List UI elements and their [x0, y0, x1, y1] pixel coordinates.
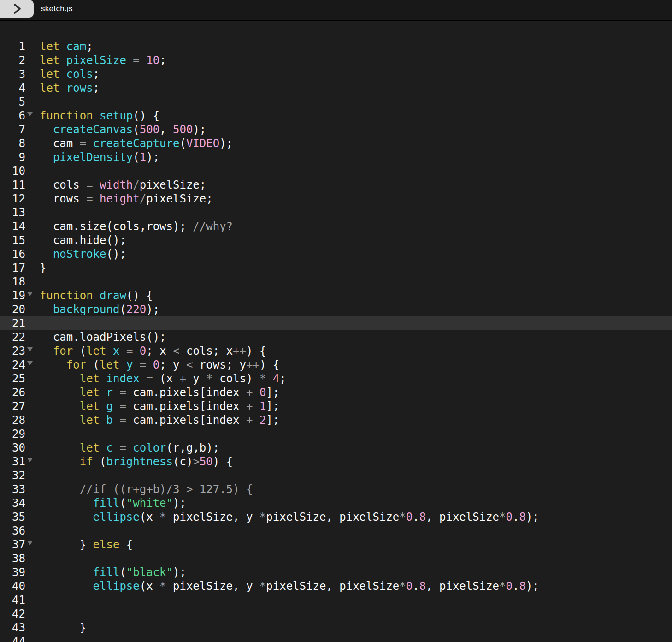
code-line[interactable]: 6function setup() {	[0, 109, 672, 123]
line-number[interactable]: 1	[0, 40, 25, 54]
line-number[interactable]: 6	[0, 109, 25, 123]
line-number[interactable]: 27	[0, 399, 25, 413]
line-number[interactable]: 32	[0, 469, 25, 482]
line-number[interactable]: 35	[0, 510, 25, 524]
fold-arrow-icon[interactable]	[27, 361, 33, 365]
gutter: 36	[0, 524, 35, 538]
code-line[interactable]: 36	[0, 524, 672, 538]
code-text: let cols;	[35, 67, 672, 81]
fold-arrow-icon[interactable]	[27, 347, 33, 351]
line-number[interactable]: 2	[0, 54, 25, 67]
code-line[interactable]: 39 fill("black");	[0, 565, 672, 579]
line-number[interactable]: 7	[0, 123, 25, 137]
line-number[interactable]: 31	[0, 455, 25, 469]
code-line[interactable]: 38	[0, 552, 672, 565]
line-number[interactable]: 13	[0, 206, 25, 220]
code-line[interactable]: 20 background(220);	[0, 303, 672, 316]
sidebar-expand-button[interactable]	[0, 0, 34, 18]
line-number[interactable]: 18	[0, 275, 25, 289]
line-number[interactable]: 28	[0, 413, 25, 427]
line-number[interactable]: 25	[0, 372, 25, 386]
line-number[interactable]: 26	[0, 386, 25, 399]
code-line[interactable]: 19function draw() {	[0, 289, 672, 303]
line-number[interactable]: 16	[0, 247, 25, 261]
code-line[interactable]: 3let cols;	[0, 67, 672, 81]
code-line[interactable]: 2let pixelSize = 10;	[0, 54, 672, 67]
fold-arrow-icon[interactable]	[27, 458, 33, 462]
code-line[interactable]: 29	[0, 427, 672, 441]
line-number[interactable]: 19	[0, 289, 25, 303]
code-line[interactable]: 21	[0, 316, 672, 330]
line-number[interactable]: 8	[0, 137, 25, 150]
code-line[interactable]: 11 cols = width/pixelSize;	[0, 178, 672, 192]
line-number[interactable]: 36	[0, 524, 25, 538]
line-number[interactable]: 21	[0, 316, 25, 330]
code-line[interactable]: 43 }	[0, 621, 672, 635]
code-line[interactable]: 41	[0, 593, 672, 607]
line-number[interactable]: 9	[0, 150, 25, 164]
line-number[interactable]: 15	[0, 233, 25, 247]
line-number[interactable]: 23	[0, 344, 25, 358]
line-number[interactable]: 3	[0, 67, 25, 81]
line-number[interactable]: 24	[0, 358, 25, 372]
line-number[interactable]: 12	[0, 192, 25, 206]
fold-arrow-icon[interactable]	[27, 541, 33, 545]
code-line[interactable]: 10	[0, 164, 672, 178]
code-line[interactable]: 44	[0, 635, 672, 642]
code-line[interactable]: 40 ellipse(x * pixelSize, y *pixelSize, …	[0, 579, 672, 593]
code-line[interactable]: 1let cam;	[0, 40, 672, 54]
line-number[interactable]: 41	[0, 593, 25, 607]
line-number[interactable]: 37	[0, 538, 25, 552]
line-number[interactable]: 30	[0, 441, 25, 455]
code-line[interactable]: 35 ellipse(x * pixelSize, y *pixelSize, …	[0, 510, 672, 524]
code-line[interactable]: 12 rows = height/pixelSize;	[0, 192, 672, 206]
line-number[interactable]: 5	[0, 95, 25, 109]
fold-arrow-icon[interactable]	[27, 112, 33, 116]
line-number[interactable]: 4	[0, 81, 25, 95]
code-text: for (let x = 0; x < cols; x++) {	[35, 344, 672, 358]
line-number[interactable]: 11	[0, 178, 25, 192]
code-line[interactable]: 18	[0, 275, 672, 289]
code-line[interactable]: 9 pixelDensity(1);	[0, 150, 672, 164]
line-number[interactable]: 42	[0, 607, 25, 621]
code-line[interactable]: 22 cam.loadPixels();	[0, 330, 672, 344]
code-line[interactable]: 14 cam.size(cols,rows); //why?	[0, 220, 672, 233]
code-line[interactable]: 24 for (let y = 0; y < rows; y++) {	[0, 358, 672, 372]
code-line[interactable]: 26 let r = cam.pixels[index + 0];	[0, 386, 672, 399]
code-line[interactable]: 7 createCanvas(500, 500);	[0, 123, 672, 137]
code-line[interactable]: 37 } else {	[0, 538, 672, 552]
code-line[interactable]: 42	[0, 607, 672, 621]
line-number[interactable]: 29	[0, 427, 25, 441]
code-line[interactable]: 16 noStroke();	[0, 247, 672, 261]
line-number[interactable]: 43	[0, 621, 25, 635]
line-number[interactable]: 33	[0, 482, 25, 496]
line-number[interactable]: 20	[0, 303, 25, 316]
code-line[interactable]: 31 if (brightness(c)>50) {	[0, 455, 672, 469]
line-number[interactable]: 39	[0, 565, 25, 579]
line-number[interactable]: 10	[0, 164, 25, 178]
code-line[interactable]: 28 let b = cam.pixels[index + 2];	[0, 413, 672, 427]
code-line[interactable]: 5	[0, 95, 672, 109]
line-number[interactable]: 38	[0, 552, 25, 565]
code-line[interactable]: 30 let c = color(r,g,b);	[0, 441, 672, 455]
code-line[interactable]: 4let rows;	[0, 81, 672, 95]
code-line[interactable]: 27 let g = cam.pixels[index + 1];	[0, 399, 672, 413]
line-number[interactable]: 44	[0, 635, 25, 642]
code-editor[interactable]: 1let cam;2let pixelSize = 10;3let cols;4…	[0, 21, 672, 642]
code-line[interactable]: 17}	[0, 261, 672, 275]
file-tab-sketch-js[interactable]: sketch.js	[41, 0, 73, 18]
code-line[interactable]: 33 //if ((r+g+b)/3 > 127.5) {	[0, 482, 672, 496]
line-number[interactable]: 34	[0, 496, 25, 510]
code-line[interactable]: 8 cam = createCapture(VIDEO);	[0, 137, 672, 150]
line-number[interactable]: 22	[0, 330, 25, 344]
code-line[interactable]: 25 let index = (x + y * cols) * 4;	[0, 372, 672, 386]
line-number[interactable]: 40	[0, 579, 25, 593]
code-line[interactable]: 13	[0, 206, 672, 220]
code-line[interactable]: 34 fill("white");	[0, 496, 672, 510]
code-line[interactable]: 32	[0, 469, 672, 482]
line-number[interactable]: 14	[0, 220, 25, 233]
code-line[interactable]: 23 for (let x = 0; x < cols; x++) {	[0, 344, 672, 358]
fold-arrow-icon[interactable]	[27, 292, 33, 296]
line-number[interactable]: 17	[0, 261, 25, 275]
code-line[interactable]: 15 cam.hide();	[0, 233, 672, 247]
